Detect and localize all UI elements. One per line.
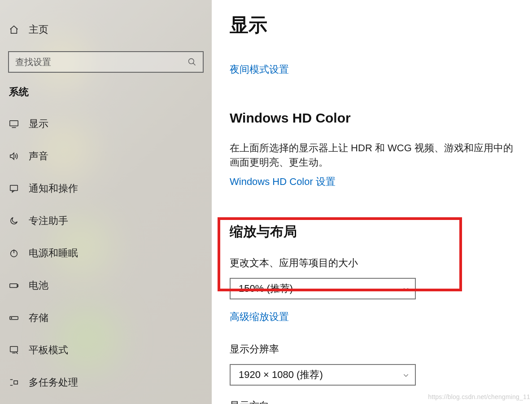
text-size-label: 更改文本、应用等项目的大小 [230,256,514,270]
main-content: 显示 夜间模式设置 Windows HD Color 在上面所选择的显示器上让 … [212,0,532,404]
hd-color-link[interactable]: Windows HD Color 设置 [230,175,336,189]
sidebar-item-multitasking[interactable]: 多任务处理 [0,366,212,399]
svg-rect-9 [17,285,18,287]
search-icon [188,57,196,66]
svg-rect-12 [10,347,18,352]
sidebar-item-notifications[interactable]: 通知和操作 [0,172,212,205]
text-size-value: 150% (推荐) [239,282,293,295]
svg-point-0 [189,59,194,64]
resolution-dropdown[interactable]: 1920 × 1080 (推荐) [230,364,416,386]
sidebar-item-label: 电源和睡眠 [29,246,78,260]
moon-icon [9,216,19,226]
scale-layout-heading: 缩放与布局 [230,223,514,241]
resolution-label: 显示分辨率 [230,343,514,356]
message-icon [9,184,19,193]
multitask-icon [9,378,19,387]
monitor-icon [9,119,19,129]
chevron-down-icon [402,285,409,292]
svg-rect-2 [10,121,18,126]
search-input-container[interactable] [8,51,204,73]
svg-rect-17 [14,381,17,384]
sidebar-item-label: 平板模式 [29,343,68,357]
svg-rect-8 [10,284,17,287]
svg-rect-5 [10,185,18,191]
sidebar-item-label: 声音 [29,149,48,163]
search-input[interactable] [15,57,188,67]
night-mode-link[interactable]: 夜间模式设置 [230,63,289,76]
sidebar-item-power-sleep[interactable]: 电源和睡眠 [0,237,212,269]
sidebar-item-sound[interactable]: 声音 [0,140,212,172]
hd-color-description: 在上面所选择的显示器上让 HDR 和 WCG 视频、游戏和应用中的画面更明亮、更… [230,141,514,170]
power-icon [9,248,19,258]
watermark: https://blog.csdn.net/chengming_11 [428,393,530,400]
tablet-icon [9,345,19,355]
storage-icon [9,313,19,323]
hd-color-heading: Windows HD Color [230,110,514,126]
home-nav[interactable]: 主页 [0,22,212,38]
svg-marker-4 [10,153,14,160]
page-title: 显示 [230,13,514,38]
sidebar-item-display[interactable]: 显示 [0,108,212,140]
sidebar-item-label: 专注助手 [29,214,68,228]
chevron-down-icon [402,372,409,378]
sidebar-item-focus-assist[interactable]: 专注助手 [0,205,212,237]
sidebar: 主页 系统 显示 [0,0,212,404]
sidebar-item-label: 通知和操作 [29,182,78,195]
resolution-value: 1920 × 1080 (推荐) [239,368,323,382]
sidebar-item-tablet-mode[interactable]: 平板模式 [0,334,212,366]
advanced-scaling-link[interactable]: 高级缩放设置 [230,310,289,324]
sidebar-item-label: 显示 [29,117,48,131]
section-title: 系统 [0,83,212,108]
sidebar-item-label: 多任务处理 [29,376,78,389]
svg-point-11 [11,318,12,319]
home-label: 主页 [29,23,48,36]
svg-line-1 [193,63,196,66]
sidebar-item-label: 存储 [29,311,48,325]
home-icon [9,25,19,35]
sidebar-item-battery[interactable]: 电池 [0,269,212,302]
battery-icon [9,281,19,290]
sidebar-item-storage[interactable]: 存储 [0,302,212,334]
sidebar-item-label: 电池 [29,279,48,292]
speaker-icon [9,151,19,161]
text-size-dropdown[interactable]: 150% (推荐) [230,278,416,299]
